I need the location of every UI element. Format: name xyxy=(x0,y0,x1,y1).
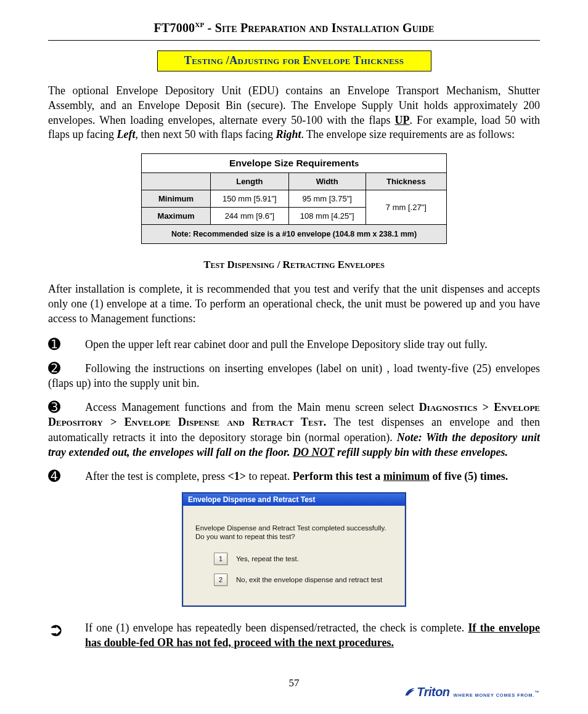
dialog-option-1[interactable]: 1 Yes, repeat the test. xyxy=(214,553,393,565)
step-3: ➌ Access Management functions and from t… xyxy=(48,400,540,460)
step-2-text: Following the instructions on inserting … xyxy=(48,362,540,389)
dialog-mock: Envelope Dispense and Retract Test Envel… xyxy=(182,492,406,607)
dialog-opt2-text: No, exit the envelope dispense and retra… xyxy=(236,576,382,583)
table-note: Note: Recommended size is a #10 envelope… xyxy=(142,225,447,244)
table-title: Envelope Size Requirement xyxy=(229,158,354,168)
step-1: ➊ Open the upper left rear cabinet door … xyxy=(48,337,540,352)
th-blank xyxy=(142,173,211,190)
step-4-key: <1> xyxy=(227,470,246,482)
step-1-number-icon: ➊ xyxy=(48,337,85,352)
dialog-opt1-text: Yes, repeat the test. xyxy=(236,555,299,562)
dialog-key-1[interactable]: 1 xyxy=(214,553,227,565)
th-width: Width xyxy=(288,173,365,190)
table-title-suffix: s xyxy=(354,160,359,168)
step-1-text: Open the upper left rear cabinet door an… xyxy=(85,337,488,352)
row-max-label: Maximum xyxy=(142,208,211,225)
brand-text: Triton xyxy=(417,685,449,699)
intro-paragraph: The optional Envelope Depository Unit (E… xyxy=(48,84,540,142)
dialog-options: 1 Yes, repeat the test. 2 No, exit the e… xyxy=(195,553,393,586)
dialog-line2: Do you want to repeat this test? xyxy=(195,533,393,540)
model-prefix: FT7000 xyxy=(154,21,195,34)
dialog-option-2[interactable]: 2 No, exit the envelope dispense and ret… xyxy=(214,574,393,586)
step-3-note-tail: refill supply bin with these envelopes. xyxy=(334,446,508,458)
step-arrow: ➲ If one (1) envelope has repeatedly bee… xyxy=(48,620,540,651)
arrow-pre: If one (1) envelope has repeatedly been … xyxy=(85,622,468,634)
intro-part3: , then next 50 with flaps facing xyxy=(135,128,276,140)
row-max-length: 244 mm [9.6"] xyxy=(211,208,289,225)
brand-tagline: WHERE MONEY COMES FROM.™ xyxy=(454,690,540,700)
step-3-donot: DO NOT xyxy=(293,446,335,458)
brand-mark: Triton xyxy=(404,685,449,699)
row-min-length: 150 mm [5.91"] xyxy=(211,190,289,208)
page-header: FT7000XP - Site Preparation and Installa… xyxy=(48,21,540,40)
model-super: XP xyxy=(195,21,204,28)
header-rest: - Site Preparation and Installation Guid… xyxy=(204,21,434,34)
arrow-icon: ➲ xyxy=(48,620,85,639)
tm-mark: ™ xyxy=(534,690,540,696)
step-4: ➍ After the test is complete, press <1> … xyxy=(48,469,540,484)
step-4-bold-pre: Perform this test a xyxy=(293,470,383,482)
triton-swoosh-icon xyxy=(404,686,415,697)
step-4-number-icon: ➍ xyxy=(48,469,85,484)
step-2-number-icon: ➋ xyxy=(48,361,85,376)
page: FT7000XP - Site Preparation and Installa… xyxy=(0,0,588,714)
intro-right: Right xyxy=(276,128,301,140)
table-title-cell: Envelope Size Requirements xyxy=(142,154,447,173)
step-4-min: minimum xyxy=(383,470,430,482)
th-length: Length xyxy=(211,173,289,190)
requirements-table: Envelope Size Requirements Length Width … xyxy=(141,153,447,244)
table-row-min: Minimum 150 mm [5.91"] 95 mm [3.75"] 7 m… xyxy=(142,190,447,208)
thickness-cell: 7 mm [.27"] xyxy=(365,190,446,225)
tagline-text: WHERE MONEY COMES FROM. xyxy=(454,692,535,697)
step-3-pre: Access Management functions and from the… xyxy=(85,401,419,413)
section-title: Testing /Adjusting for Envelope Thicknes… xyxy=(184,54,404,67)
step-2: ➋ Following the instructions on insertin… xyxy=(48,361,540,391)
after-install-paragraph: After installation is complete, it is re… xyxy=(48,282,540,326)
dialog-line1: Envelope Dispense and Retract Test compl… xyxy=(195,524,393,532)
intro-up: UP xyxy=(395,114,410,126)
table-header-row: Length Width Thickness xyxy=(142,173,447,190)
section-title-box: Testing /Adjusting for Envelope Thicknes… xyxy=(157,51,431,71)
step-4-mid: to repeat. xyxy=(246,470,293,482)
steps-list: ➊ Open the upper left rear cabinet door … xyxy=(48,337,540,651)
intro-left: Left xyxy=(116,128,135,140)
intro-part4: . The envelope size requirements are as … xyxy=(301,128,515,140)
step-4-pre: After the test is complete, press xyxy=(85,470,227,482)
dialog-key-2[interactable]: 2 xyxy=(214,574,227,586)
row-min-width: 95 mm [3.75"] xyxy=(288,190,365,208)
header-rule xyxy=(48,40,540,41)
subsection-heading: Test Dispensing / Retracting Envelopes xyxy=(48,259,540,271)
dialog-titlebar: Envelope Dispense and Retract Test xyxy=(183,493,405,506)
step-3-number-icon: ➌ xyxy=(48,400,85,415)
row-min-label: Minimum xyxy=(142,190,211,208)
footer-logo: Triton WHERE MONEY COMES FROM.™ xyxy=(404,685,540,699)
step-4-line: After the test is complete, press <1> to… xyxy=(85,469,508,484)
step-4-bold-post: of five (5) times. xyxy=(430,470,508,482)
dialog-body: Envelope Dispense and Retract Test compl… xyxy=(183,506,405,606)
th-thickness: Thickness xyxy=(365,173,446,190)
row-max-width: 108 mm [4.25"] xyxy=(288,208,365,225)
